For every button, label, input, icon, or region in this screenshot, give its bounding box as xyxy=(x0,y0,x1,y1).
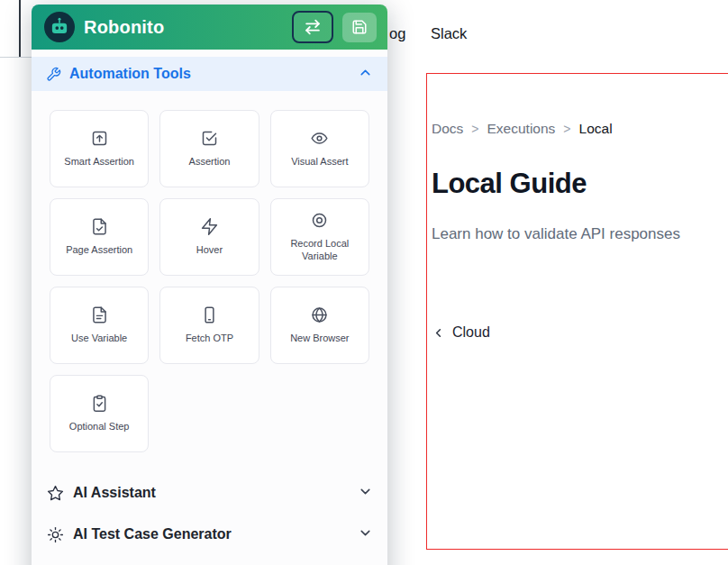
section-ai-assistant[interactable]: AI Assistant xyxy=(32,475,387,511)
tool-card-smart-assertion[interactable]: Smart Assertion xyxy=(50,110,149,187)
section-ai-test-case-generator[interactable]: AI Test Case Generator xyxy=(32,516,387,552)
clipboard-check-icon xyxy=(90,394,109,413)
smart-assertion-icon xyxy=(90,129,109,148)
tool-card-new-browser[interactable]: New Browser xyxy=(270,287,369,364)
tool-card-label: Page Assertion xyxy=(66,244,132,257)
save-disk-icon xyxy=(351,19,368,35)
record-icon xyxy=(310,211,329,230)
lightning-icon xyxy=(200,217,219,236)
nav-item-blog[interactable]: og xyxy=(389,25,405,42)
chevron-left-icon xyxy=(432,326,445,340)
breadcrumb-separator: > xyxy=(471,122,478,136)
robonito-logo xyxy=(44,12,75,42)
tool-card-label: Smart Assertion xyxy=(64,156,134,169)
page-top-border xyxy=(0,57,32,58)
tool-card-use-variable[interactable]: Use Variable xyxy=(50,287,149,364)
toggle-panel-side-button[interactable] xyxy=(292,11,333,43)
tool-card-hover[interactable]: Hover xyxy=(159,198,259,276)
breadcrumb-docs[interactable]: Docs xyxy=(432,121,463,137)
tool-card-label: Assertion xyxy=(189,156,231,169)
section-ai-test-case-generator-label: AI Test Case Generator xyxy=(73,526,232,542)
tool-card-label: Optional Step xyxy=(69,421,130,433)
file-text-icon xyxy=(90,305,109,324)
tool-card-label: New Browser xyxy=(290,333,349,345)
chevron-down-icon xyxy=(358,525,373,544)
section-automation-tools[interactable]: Automation Tools xyxy=(32,57,387,91)
section-automation-tools-label: Automation Tools xyxy=(69,66,191,82)
panel-title: Robonito xyxy=(84,17,164,38)
page-description: Learn how to validate API responses xyxy=(432,223,728,245)
prev-page-link-cloud[interactable]: Cloud xyxy=(432,324,728,341)
save-button[interactable] xyxy=(342,13,377,42)
panel-header: Robonito xyxy=(32,5,387,50)
star-icon xyxy=(46,484,64,502)
tool-card-assertion[interactable]: Assertion xyxy=(159,110,259,187)
tool-card-record-local-variable[interactable]: Record Local Variable xyxy=(270,198,369,276)
globe-icon xyxy=(310,305,329,324)
wrench-icon xyxy=(46,67,61,82)
eye-icon xyxy=(310,129,329,148)
tool-card-visual-assert[interactable]: Visual Assert xyxy=(270,110,369,187)
tool-card-label: Visual Assert xyxy=(291,156,348,169)
breadcrumb-local: Local xyxy=(579,121,613,137)
tool-card-label: Record Local Variable xyxy=(277,238,363,263)
breadcrumb-separator: > xyxy=(563,122,570,136)
breadcrumb: Docs > Executions > Local xyxy=(432,121,728,137)
prev-page-label: Cloud xyxy=(452,324,490,341)
smartphone-icon xyxy=(200,305,219,324)
tool-card-page-assertion[interactable]: Page Assertion xyxy=(50,198,149,276)
section-ai-assistant-label: AI Assistant xyxy=(73,485,156,501)
chevron-up-icon xyxy=(358,65,373,84)
breadcrumb-executions[interactable]: Executions xyxy=(487,121,556,137)
automation-tools-grid: Smart Assertion Assertion Visual Assert … xyxy=(32,91,387,470)
chevron-down-icon xyxy=(358,484,373,503)
section-api-testing[interactable]: API Testing xyxy=(32,558,387,565)
sun-icon xyxy=(46,525,64,543)
robot-icon xyxy=(48,15,71,39)
tool-card-label: Hover xyxy=(196,244,223,257)
tool-card-fetch-otp[interactable]: Fetch OTP xyxy=(159,287,259,364)
nav-item-slack[interactable]: Slack xyxy=(431,25,467,42)
page-title: Local Guide xyxy=(432,168,728,200)
tool-card-label: Use Variable xyxy=(71,333,127,345)
docs-content-frame: Docs > Executions > Local Local Guide Le… xyxy=(426,73,728,550)
page-check-icon xyxy=(90,217,109,236)
tool-card-label: Fetch OTP xyxy=(186,333,233,345)
robonito-panel: Robonito Automation Tools xyxy=(32,5,387,565)
swap-arrows-icon xyxy=(303,17,323,37)
tool-card-optional-step[interactable]: Optional Step xyxy=(50,375,149,452)
assertion-icon xyxy=(200,129,219,148)
page-left-border xyxy=(19,0,21,57)
